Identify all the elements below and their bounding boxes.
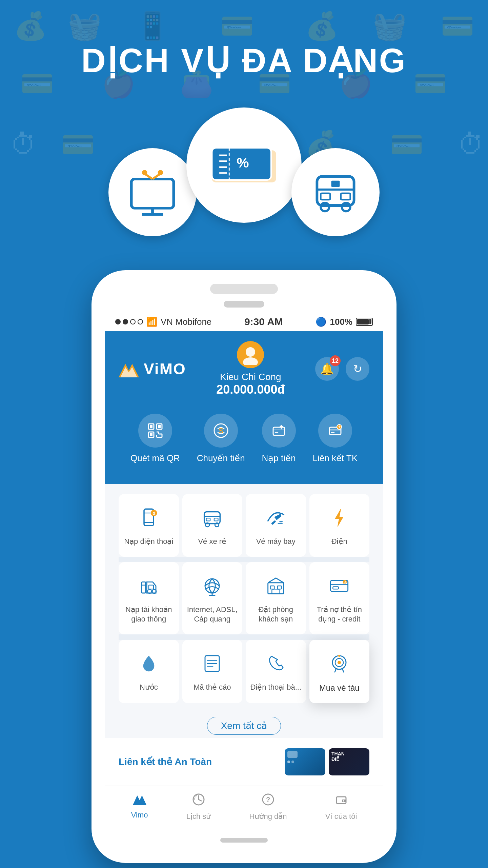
svg-line-86 (342, 669, 344, 672)
svg-text:%: % (237, 155, 249, 171)
header-user: Kieu Chi Cong 20.000.000đ (216, 341, 285, 397)
battery-tip (369, 319, 371, 324)
services-row-2: Nạp tài khoản giao thông (119, 562, 369, 634)
service-water[interactable]: Nước (119, 640, 179, 703)
divider-2 (119, 634, 369, 640)
topup-button[interactable]: Nạp tiền (262, 414, 296, 463)
status-time: 9:30 AM (244, 316, 283, 328)
svg-point-25 (243, 357, 258, 365)
tv-circle (108, 148, 197, 236)
train-ticket-label: Mua vé tàu (319, 683, 360, 693)
wifi-icon: 📶 (146, 317, 157, 327)
vimo-nav-icon (133, 793, 146, 808)
svg-marker-87 (133, 795, 146, 805)
transfer-icon: $ (204, 414, 238, 448)
refresh-button[interactable]: ↻ (346, 357, 369, 381)
traffic-account-label: Nạp tài khoản giao thông (122, 605, 176, 624)
app-logo: ViMO (119, 360, 186, 378)
svg-rect-0 (131, 179, 174, 208)
svg-text:đ: đ (152, 511, 155, 516)
wallet-nav-icon (334, 793, 348, 809)
svg-point-6 (158, 170, 163, 175)
view-all-button[interactable]: Xem tất cả (207, 717, 281, 735)
signal-dots (115, 319, 143, 324)
svg-rect-18 (341, 193, 350, 200)
phone-topup-label: Nạp điện thoại (124, 537, 173, 547)
svg-point-65 (205, 579, 219, 593)
bottom-navigation: Vimo Lịch sử ? (105, 786, 383, 831)
svg-rect-70 (277, 586, 281, 589)
card-code-label: Mã thẻ cáo (194, 683, 231, 692)
service-electricity[interactable]: Điện (309, 494, 370, 557)
nav-history[interactable]: Lịch sử (186, 793, 211, 821)
svg-rect-57 (214, 518, 218, 521)
nav-wallet-label: Ví của tôi (325, 812, 357, 821)
water-label: Nước (140, 683, 158, 692)
nav-vimo[interactable]: Vimo (131, 793, 148, 821)
bank-link-section: Liên kết thẻ An Toàn THANĐIẾ (105, 738, 383, 786)
service-hotel[interactable]: Đặt phòng khách sạn (246, 562, 306, 634)
service-phone-service[interactable]: Điện thoại bà... (246, 640, 306, 703)
link-account-button[interactable]: Liên kết TK (312, 414, 358, 463)
train-ticket-icon (326, 650, 353, 677)
nav-wallet[interactable]: Ví của tôi (325, 793, 357, 821)
service-internet[interactable]: Internet, ADSL, Cáp quang (182, 562, 243, 634)
svg-point-95 (343, 800, 344, 802)
service-bus-ticket[interactable]: Vé xe rẻ (182, 494, 243, 557)
svg-marker-23 (120, 367, 137, 377)
services-section: đ Nạp điện thoại (105, 484, 383, 713)
dot-1 (115, 319, 121, 324)
svg-rect-69 (270, 586, 274, 589)
svg-point-5 (142, 170, 147, 175)
page-title-section: DỊCH VỤ ĐA DẠNG (0, 0, 488, 107)
link-account-icon (318, 414, 352, 448)
user-name: Kieu Chi Cong (216, 372, 285, 382)
phone-notch (210, 284, 278, 294)
svg-point-84 (338, 655, 340, 657)
logo-text: ViMO (144, 360, 186, 378)
card-code-icon (199, 650, 226, 677)
svg-point-83 (338, 661, 341, 664)
svg-text:đ: đ (344, 581, 346, 584)
phone-service-label: Điện thoại bà... (250, 683, 301, 692)
header-icons: 🔔 12 ↻ (315, 357, 369, 381)
action-buttons: Quét mã QR $ Chuyển tiền (119, 407, 369, 470)
electricity-icon (326, 504, 353, 531)
electricity-label: Điện (331, 537, 347, 547)
service-traffic-account[interactable]: Nạp tài khoản giao thông (119, 562, 179, 634)
qr-scan-button[interactable]: Quét mã QR (130, 414, 180, 463)
phone-home-button (220, 838, 268, 843)
water-icon (135, 650, 162, 677)
svg-rect-31 (150, 433, 152, 436)
bank-cards: THANĐIẾ (285, 748, 369, 775)
nav-vimo-label: Vimo (131, 811, 148, 820)
services-row-3: Nước Mã thẻ cáo (119, 640, 369, 703)
status-bar: 📶 VN Mobifone 9:30 AM 🔵 100% (105, 313, 383, 331)
battery-pct: 100% (330, 317, 352, 327)
service-flight-ticket[interactable]: Vé máy bay (246, 494, 306, 557)
battery-bar (356, 318, 373, 326)
nav-guide[interactable]: ? Hướng dẫn (249, 793, 287, 821)
topup-label: Nạp tiền (262, 453, 296, 463)
service-card-code[interactable]: Mã thẻ cáo (182, 640, 243, 703)
svg-rect-29 (158, 425, 161, 428)
svg-rect-71 (272, 590, 280, 594)
service-credit-card[interactable]: đ Trả nợ thẻ tín dụng - credit (309, 562, 370, 634)
user-balance: 20.000.000đ (216, 382, 285, 397)
service-phone-topup[interactable]: đ Nạp điện thoại (119, 494, 179, 557)
phone-topup-icon: đ (135, 504, 162, 531)
service-train-ticket[interactable]: Mua vé tàu (309, 640, 370, 703)
bank-card-1 (285, 748, 325, 775)
dot-3 (130, 319, 136, 324)
phone-mockup: 📶 VN Mobifone 9:30 AM 🔵 100% (0, 270, 488, 863)
feature-circles: % (0, 107, 488, 250)
svg-rect-56 (206, 518, 210, 521)
coupon-circle: % (186, 107, 302, 223)
transfer-button[interactable]: $ Chuyển tiền (197, 414, 245, 463)
user-avatar (237, 341, 264, 368)
notification-button[interactable]: 🔔 12 (315, 357, 339, 381)
bank-link-text: Liên kết thẻ An Toàn (119, 756, 278, 767)
bluetooth-icon: 🔵 (316, 317, 326, 327)
transfer-label: Chuyển tiền (197, 453, 245, 463)
carrier-name: VN Mobifone (161, 317, 211, 327)
